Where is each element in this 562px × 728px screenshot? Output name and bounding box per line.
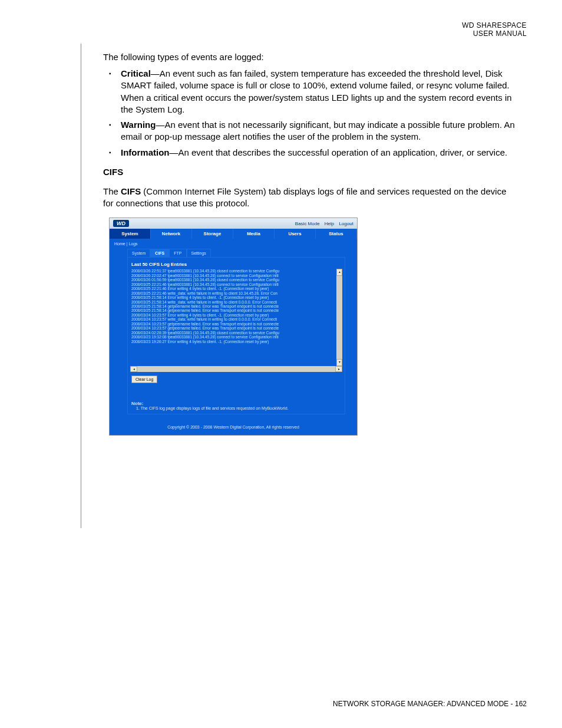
term-information: Information [121, 147, 170, 157]
scroll-left-icon[interactable]: ◂ [130, 366, 137, 372]
cifs-pre: The [103, 186, 121, 196]
list-item: Warning—An event that is not necessarily… [103, 119, 515, 143]
link-basic-mode[interactable]: Basic Mode [295, 221, 320, 226]
term-critical: Critical [121, 68, 151, 78]
copyright-text: Copyright © 2003 - 2008 Western Digital … [110, 425, 357, 429]
scroll-up-icon[interactable]: ▴ [336, 269, 342, 276]
scroll-down-icon[interactable]: ▾ [336, 359, 342, 366]
header-line-1: WD SHARESPACE [462, 21, 527, 29]
panel-title: Last 50 CIFS Log Entries [131, 262, 342, 267]
tab-system[interactable]: System [110, 229, 151, 239]
log-row: 2008/03/25 21:58:14 write_data: write fa… [130, 300, 342, 304]
log-row: 2008/03/26 22:02:47 tpea90033881 (10.34.… [130, 274, 342, 278]
subtab-system[interactable]: System [127, 249, 150, 257]
tab-users[interactable]: Users [275, 229, 316, 239]
cifs-heading: CIFS [103, 167, 515, 177]
log-row: 2008/03/26 01:56:59 tpea90033881 (10.34.… [130, 278, 342, 282]
subtab-settings[interactable]: Settings [187, 249, 211, 257]
main-tabs: System Network Storage Media Users Statu… [110, 229, 357, 239]
event-types-list: Critical—An event such as fan failed, sy… [103, 68, 515, 159]
page-header: WD SHARESPACE USER MANUAL [462, 21, 527, 38]
term-warning: Warning [121, 120, 156, 130]
log-row: 2008/03/24 10:23:57 getpeername failed. … [130, 322, 342, 326]
page-footer: NETWORK STORAGE MANAGER: ADVANCED MODE -… [333, 700, 527, 708]
log-row: 2008/03/23 19:32:08 tpea90033881 (10.34.… [130, 335, 342, 339]
header-line-2: USER MANUAL [462, 29, 527, 38]
link-logout[interactable]: Logout [339, 221, 353, 226]
log-row: 2008/03/25 21:58:14 getpeername failed. … [130, 308, 342, 312]
tab-media[interactable]: Media [233, 229, 275, 239]
breadcrumb: Home | Logs [110, 239, 357, 249]
log-row: 2008/03/25 22:21:46 write_data: write fa… [130, 291, 342, 295]
desc: —An event such as fan failed, system tem… [121, 68, 512, 114]
log-row: 2008/03/24 10:23:57 write_data: write fa… [130, 317, 342, 321]
log-row: 2008/03/23 19:26:27 Error writing 4 byte… [130, 340, 342, 344]
log-row: 2008/03/24 02:28:39 tpea90033881 (10.34.… [130, 331, 342, 335]
log-row: 2008/03/24 10:23:57 getpeername failed. … [130, 326, 342, 330]
subtab-cifs[interactable]: CIFS [150, 249, 169, 257]
log-row: 2008/03/26 22:51:37 tpea90033881 (10.34.… [130, 269, 342, 273]
top-links: Basic Mode Help Logout [292, 221, 353, 226]
log-panel: Last 50 CIFS Log Entries 2008/03/26 22:5… [127, 257, 345, 414]
cifs-post: (Common Internet File System) tab displa… [103, 186, 506, 208]
note-section: Note: 1. The CIFS log page displays logs… [130, 401, 342, 410]
log-row: 2008/03/25 22:21:46 tpea90033881 (10.34.… [130, 282, 342, 286]
desc: —An event that describes the successful … [170, 147, 508, 157]
log-row: 2008/03/25 21:58:14 getpeername failed. … [130, 304, 342, 308]
tab-storage[interactable]: Storage [192, 229, 233, 239]
note-heading: Note: [131, 401, 341, 406]
note-text: 1. The CIFS log page displays logs of fi… [131, 406, 341, 410]
scroll-right-icon[interactable]: ▸ [335, 366, 342, 372]
list-item: Information—An event that describes the … [103, 147, 515, 159]
link-help[interactable]: Help [325, 221, 334, 226]
cifs-paragraph: The CIFS (Common Internet File System) t… [103, 186, 515, 210]
desc: —An event that is not necessarily signif… [121, 120, 515, 141]
log-row: 2008/03/25 21:58:14 Error writing 4 byte… [130, 295, 342, 299]
horizontal-scrollbar[interactable]: ◂ ▸ [130, 366, 342, 372]
log-row: 2008/03/24 10:23:57 Error writing 4 byte… [130, 313, 342, 317]
clear-log-button[interactable]: Clear Log [131, 375, 157, 383]
intro-text: The following types of events are logged… [103, 52, 515, 62]
tab-status[interactable]: Status [316, 229, 357, 239]
vertical-divider [81, 44, 81, 528]
subtab-ftp[interactable]: FTP [169, 249, 186, 257]
tab-network[interactable]: Network [151, 229, 192, 239]
vertical-scrollbar[interactable]: ▴ ▾ [336, 269, 342, 366]
sub-tabs: System CIFS FTP Settings [127, 249, 345, 257]
log-row: 2008/03/25 22:21:46 Error writing 4 byte… [130, 286, 342, 291]
top-bar: WD Basic Mode Help Logout [110, 218, 357, 229]
wd-logo: WD [113, 220, 129, 227]
log-window: 2008/03/26 22:51:37 tpea90033881 (10.34.… [130, 269, 342, 366]
cifs-bold: CIFS [121, 186, 141, 196]
app-screenshot: WD Basic Mode Help Logout System Network… [109, 218, 358, 436]
list-item: Critical—An event such as fan failed, sy… [103, 68, 515, 116]
